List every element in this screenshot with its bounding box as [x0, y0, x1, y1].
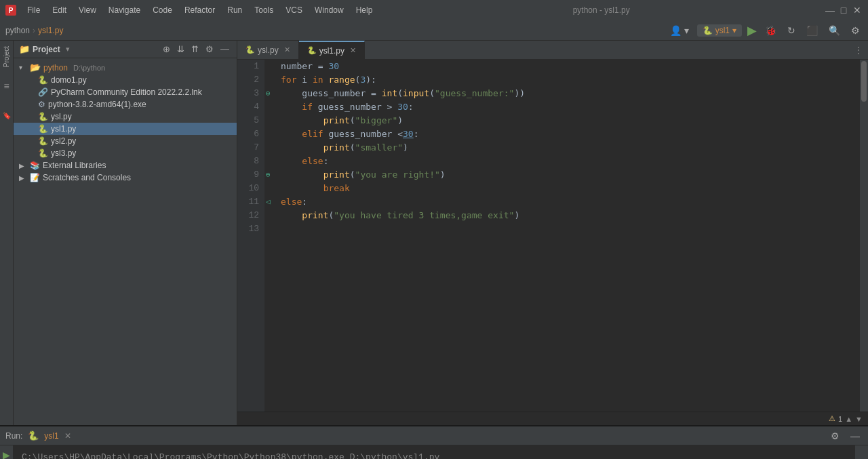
code-line-7: print("smaller") [281, 141, 854, 155]
user-icon[interactable]: 👤 ▾ [667, 24, 692, 37]
nav-actions: 👤 ▾ 🐍 ysl1 ▾ ▶ 🐞 ↻ ⬛ 🔍 ⚙ [667, 23, 863, 38]
run-output: C:\Users\HP\AppData\Local\Programs\Pytho… [14, 445, 854, 459]
settings-gear-icon[interactable]: ⚙ [203, 43, 216, 55]
tree-item-pycharm[interactable]: 🔗 PyCharm Community Edition 2022.2.2.lnk [14, 86, 237, 98]
run-command-line: C:\Users\HP\AppData\Local\Programs\Pytho… [22, 451, 846, 459]
search-everywhere-button[interactable]: 🔍 [826, 24, 843, 37]
collapse-all-icon[interactable]: ⇊ [175, 43, 186, 55]
run-config-selector[interactable]: 🐍 ysl1 ▾ [697, 24, 742, 37]
tree-item-ysl[interactable]: 🐍 ysl.py [14, 111, 237, 123]
code-line-6: elif guess_number <30: [281, 127, 854, 141]
menu-tools[interactable]: Tools [249, 4, 279, 16]
structure-icon[interactable]: ≡ [3, 81, 9, 92]
bookmarks-icon[interactable]: 🔖 [3, 112, 11, 119]
run-tab-icon: 🐍 [28, 431, 39, 441]
breadcrumb-file[interactable]: ysl1.py [38, 26, 63, 35]
code-line-10: break [281, 182, 854, 195]
breadcrumb-project[interactable]: python [5, 26, 30, 35]
ext-lib-icon: 📚 [30, 161, 40, 170]
tree-label-ysl: ysl.py [51, 112, 72, 121]
code-line-3: guess_number = int(input("guess_number:"… [281, 87, 854, 100]
hide-icon[interactable]: — [218, 43, 231, 55]
tree-item-python-exe[interactable]: ⚙ python-3.8.2-amd64(1).exe [14, 98, 237, 111]
editor-scrollbar[interactable] [860, 60, 868, 412]
run-panel-minimize[interactable]: — [848, 429, 863, 443]
tree-label-ysl1: ysl1.py [51, 124, 76, 134]
menu-navigate[interactable]: Navigate [103, 4, 146, 16]
nav-arrow-up[interactable]: ▲ [845, 415, 852, 423]
code-line-2: for i in range(3): [281, 73, 854, 87]
breadcrumb: python › ysl1.py [5, 26, 63, 35]
tab-overflow-menu[interactable]: ⋮ [849, 45, 868, 55]
dropdown-arrow[interactable]: ▾ [66, 45, 70, 54]
run-panel-settings[interactable]: ⚙ [828, 429, 842, 443]
expand-arrow-external: ▶ [19, 162, 27, 169]
tree-item-external[interactable]: ▶ 📚 External Libraries [14, 159, 237, 172]
tab-ysl-icon: 🐍 [245, 45, 255, 54]
menu-code[interactable]: Code [147, 4, 178, 16]
code-editor[interactable]: 12345 678910 111213 ⊖ ⊖ ◁ number = 30 fo… [237, 60, 868, 412]
tree-item-scratches[interactable]: ▶ 📝 Scratches and Consoles [14, 172, 237, 184]
tree-item-python[interactable]: ▾ 📂 python D:\python [14, 61, 237, 74]
settings-button[interactable]: ⚙ [848, 24, 863, 37]
tree-item-ysl1[interactable]: 🐍 ysl1.py [14, 123, 237, 135]
tree-label-domo1: domo1.py [51, 75, 87, 85]
line-numbers: 12345 678910 111213 [237, 60, 264, 412]
code-line-5: print("bigger") [281, 114, 854, 127]
tab-ysl1-close[interactable]: ✕ [350, 46, 356, 55]
py-file-icon3: 🐍 [38, 124, 48, 134]
fold-marker-10[interactable]: ◁ [266, 195, 271, 209]
tree-item-domo1[interactable]: 🐍 domo1.py [14, 74, 237, 86]
tab-ysl-close[interactable]: ✕ [284, 45, 290, 54]
close-button[interactable]: ✕ [852, 5, 863, 16]
run-panel-body: ▶ ↑ ↓ 🔖 ⊞ ↩ 🖨 🔧 🗑 C:\Users\HP\AppData\Lo… [0, 445, 868, 459]
nav-arrow-down[interactable]: ▼ [855, 415, 863, 423]
warning-indicator-bar: ⚠ 1 ▲ ▼ [237, 412, 868, 425]
title-bar: P File Edit View Navigate Code Refactor … [0, 0, 868, 20]
tab-ysl1[interactable]: 🐍 ysl1.py ✕ [299, 41, 365, 60]
project-tab[interactable]: Project [3, 46, 10, 67]
menu-vcs[interactable]: VCS [280, 4, 308, 16]
minimize-button[interactable]: — [825, 5, 835, 16]
sidebar-title: Project [33, 45, 60, 54]
menu-edit[interactable]: Edit [47, 4, 72, 16]
run-tab-name[interactable]: ysl1 [44, 431, 58, 441]
py-file-icon4: 🐍 [38, 136, 48, 146]
maximize-button[interactable]: □ [838, 5, 849, 16]
locate-icon[interactable]: ⊕ [161, 43, 172, 55]
expand-all-icon[interactable]: ⇈ [189, 43, 201, 55]
code-content[interactable]: number = 30 for i in range(3): guess_num… [275, 60, 860, 412]
folder-open-icon: 📂 [30, 62, 41, 73]
tab-ysl1-icon: 🐍 [307, 46, 317, 55]
stop-button[interactable]: ⬛ [804, 24, 821, 37]
sidebar: 📁 Project ▾ ⊕ ⇊ ⇈ ⚙ — ▾ 📂 python D:\pyth… [14, 41, 237, 425]
tree-item-ysl3[interactable]: 🐍 ysl3.py [14, 147, 237, 159]
breadcrumb-separator: › [33, 26, 35, 35]
sidebar-controls: ⊕ ⇊ ⇈ ⚙ — [161, 43, 231, 55]
debug-button[interactable]: 🐞 [762, 24, 779, 37]
tree-item-ysl2[interactable]: 🐍 ysl2.py [14, 135, 237, 147]
expand-arrow-scratches: ▶ [19, 174, 27, 182]
tab-ysl[interactable]: 🐍 ysl.py ✕ [237, 41, 299, 60]
fold-marker-2[interactable]: ⊖ [266, 87, 271, 100]
run-panel: Run: 🐍 ysl1 ✕ ⚙ — ▶ ↑ ↓ 🔖 ⊞ ↩ 🖨 🔧 🗑 C:\U… [0, 425, 868, 459]
menu-window[interactable]: Window [309, 4, 349, 16]
menu-file[interactable]: File [22, 4, 45, 16]
menu-run[interactable]: Run [222, 4, 248, 16]
code-line-9: print("you are right!") [281, 168, 854, 182]
run-label: Run: [5, 431, 22, 441]
run-config-name: ysl1 [715, 26, 730, 35]
menu-help[interactable]: Help [351, 4, 378, 16]
main-area: Project ≡ 🔖 📁 Project ▾ ⊕ ⇊ ⇈ ⚙ — ▾ 📂 py… [0, 41, 868, 425]
py-file-icon2: 🐍 [38, 112, 48, 121]
menu-refactor[interactable]: Refactor [179, 4, 220, 16]
menu-view[interactable]: View [73, 4, 102, 16]
fold-marker-8[interactable]: ⊖ [266, 168, 271, 182]
rerun-button[interactable]: ↻ [785, 24, 798, 37]
exe-file-icon: ⚙ [38, 100, 45, 109]
run-button[interactable]: ▶ [747, 23, 757, 38]
window-title: python - ysl1.py [383, 5, 819, 15]
scrollbar-thumb[interactable] [861, 61, 867, 102]
run-tab-close[interactable]: ✕ [64, 431, 71, 441]
rerun-green-button[interactable]: ▶ [1, 448, 12, 459]
